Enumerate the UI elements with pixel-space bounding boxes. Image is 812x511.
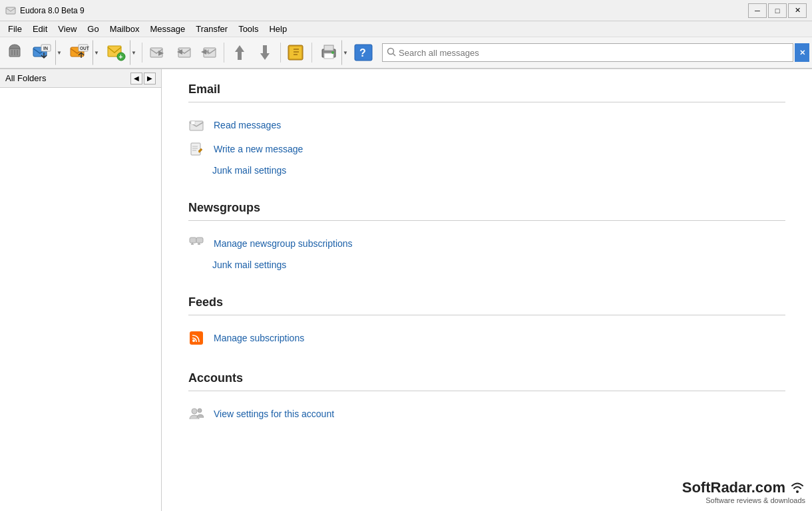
junk-mail-email-label[interactable]: Junk mail settings — [212, 165, 286, 176]
check-mail-out-button[interactable]: OUT — [66, 40, 93, 65]
title-bar-left: Eudora 8.0 Beta 9 — [5, 5, 85, 16]
maximize-button[interactable]: □ — [768, 3, 787, 18]
svg-rect-30 — [190, 238, 196, 243]
content-area: Email Read messages — [162, 69, 812, 511]
feeds-section: Feeds Manage subscriptions — [188, 295, 785, 350]
new-message-dropdown[interactable]: ▼ — [130, 40, 138, 65]
reply-all-button[interactable] — [196, 40, 220, 65]
svg-point-32 — [192, 339, 195, 342]
delete-button[interactable] — [3, 40, 27, 65]
print-dropdown[interactable]: ▼ — [341, 40, 349, 65]
junk-mail-news-label[interactable]: Junk mail settings — [212, 259, 286, 270]
svg-rect-21 — [324, 53, 333, 59]
search-icon — [387, 47, 396, 59]
print-button[interactable] — [316, 40, 341, 65]
menu-go[interactable]: Go — [82, 23, 104, 35]
toolbar-sep-4 — [311, 43, 312, 63]
sidebar-prev-button[interactable]: ◀ — [130, 73, 142, 85]
new-message-combo: + ▼ — [102, 39, 138, 66]
svg-rect-29 — [191, 143, 200, 155]
check-mail-out-dropdown[interactable]: ▼ — [93, 40, 101, 65]
write-message-label[interactable]: Write a new message — [214, 144, 303, 154]
newsgroups-section: Newsgroups Manage newsgroup subscription… — [188, 201, 785, 274]
watermark-main-text: SoftRadar.com — [682, 479, 785, 496]
svg-text:+: + — [119, 53, 123, 61]
accounts-icon — [188, 406, 204, 422]
newsgroups-divider — [188, 220, 785, 221]
view-settings-label[interactable]: View settings for this account — [214, 409, 334, 419]
menu-file[interactable]: File — [3, 23, 27, 35]
newsgroups-section-title: Newsgroups — [188, 201, 785, 215]
sidebar-nav-group: ◀ ▶ — [130, 73, 156, 85]
read-messages-label[interactable]: Read messages — [214, 120, 281, 130]
svg-rect-18 — [290, 47, 302, 59]
menu-bar: File Edit View Go Mailbox Message Transf… — [0, 21, 812, 37]
feeds-divider — [188, 315, 785, 315]
accounts-section: Accounts View settings for this account — [188, 371, 785, 426]
search-input[interactable] — [399, 48, 789, 58]
menu-help[interactable]: Help — [264, 23, 292, 35]
minimize-button[interactable]: ─ — [748, 3, 767, 18]
read-messages-item[interactable]: Read messages — [188, 113, 785, 137]
sidebar: All Folders ◀ ▶ — [0, 69, 162, 511]
svg-text:IN: IN — [43, 46, 48, 51]
manage-newsgroups-item[interactable]: Manage newsgroup subscriptions — [188, 232, 785, 256]
move-up-button[interactable] — [228, 40, 252, 65]
title-bar: Eudora 8.0 Beta 9 ─ □ ✕ — [0, 0, 812, 21]
watermark: SoftRadar.com Software reviews & downloa… — [682, 478, 805, 504]
forward-button[interactable] — [146, 40, 170, 65]
svg-point-25 — [388, 48, 394, 54]
feeds-section-title: Feeds — [188, 295, 785, 309]
svg-rect-15 — [238, 52, 242, 60]
main-layout: All Folders ◀ ▶ Email Read me — [0, 69, 812, 511]
rss-icon — [188, 330, 204, 346]
email-section-title: Email — [188, 83, 785, 96]
svg-point-22 — [331, 51, 334, 54]
manage-newsgroups-label[interactable]: Manage newsgroup subscriptions — [214, 238, 353, 249]
move-down-button[interactable] — [253, 40, 277, 65]
email-divider — [188, 102, 785, 102]
toolbar-sep-2 — [224, 43, 224, 63]
address-book-button[interactable] — [284, 40, 308, 65]
sidebar-title: All Folders — [5, 73, 46, 83]
svg-rect-20 — [324, 45, 333, 51]
manage-subscriptions-item[interactable]: Manage subscriptions — [188, 326, 785, 350]
check-mail-out-combo: OUT ▼ — [65, 39, 101, 66]
svg-text:OUT: OUT — [80, 46, 89, 51]
svg-rect-16 — [263, 45, 267, 53]
menu-transfer[interactable]: Transfer — [190, 23, 233, 35]
window-controls[interactable]: ─ □ ✕ — [748, 3, 807, 18]
svg-text:?: ? — [359, 47, 366, 59]
search-box[interactable] — [382, 43, 793, 62]
view-settings-item[interactable]: View settings for this account — [188, 402, 785, 426]
menu-message[interactable]: Message — [144, 23, 190, 35]
menu-tools[interactable]: Tools — [233, 23, 264, 35]
watermark-sub-text: Software reviews & downloads — [682, 496, 805, 504]
accounts-divider — [188, 391, 785, 391]
junk-mail-email-item[interactable]: Junk mail settings — [212, 161, 785, 180]
toolbar-sep-1 — [142, 43, 142, 63]
manage-subscriptions-label[interactable]: Manage subscriptions — [214, 333, 304, 343]
check-mail-in-dropdown[interactable]: ▼ — [55, 40, 63, 65]
write-icon — [188, 141, 204, 157]
help-button[interactable]: ? — [351, 40, 375, 65]
menu-mailbox[interactable]: Mailbox — [104, 23, 145, 35]
search-clear-button[interactable]: ✕ — [795, 43, 809, 62]
close-button[interactable]: ✕ — [788, 3, 807, 18]
reply-button[interactable] — [171, 40, 195, 65]
toolbar: IN ▼ OUT ▼ + ▼ — [0, 37, 812, 69]
svg-rect-31 — [196, 238, 203, 243]
new-message-button[interactable]: + — [103, 40, 130, 65]
check-mail-in-combo: IN ▼ — [28, 39, 64, 66]
sidebar-next-button[interactable]: ▶ — [144, 73, 156, 85]
menu-view[interactable]: View — [53, 23, 82, 35]
menu-edit[interactable]: Edit — [27, 23, 53, 35]
accounts-section-title: Accounts — [188, 371, 785, 385]
check-mail-in-button[interactable]: IN — [29, 40, 55, 65]
window-title: Eudora 8.0 Beta 9 — [20, 6, 85, 15]
app-icon — [5, 5, 16, 16]
write-message-item[interactable]: Write a new message — [188, 137, 785, 161]
junk-mail-news-item[interactable]: Junk mail settings — [212, 256, 785, 274]
email-section: Email Read messages — [188, 83, 785, 180]
toolbar-sep-3 — [280, 43, 281, 63]
